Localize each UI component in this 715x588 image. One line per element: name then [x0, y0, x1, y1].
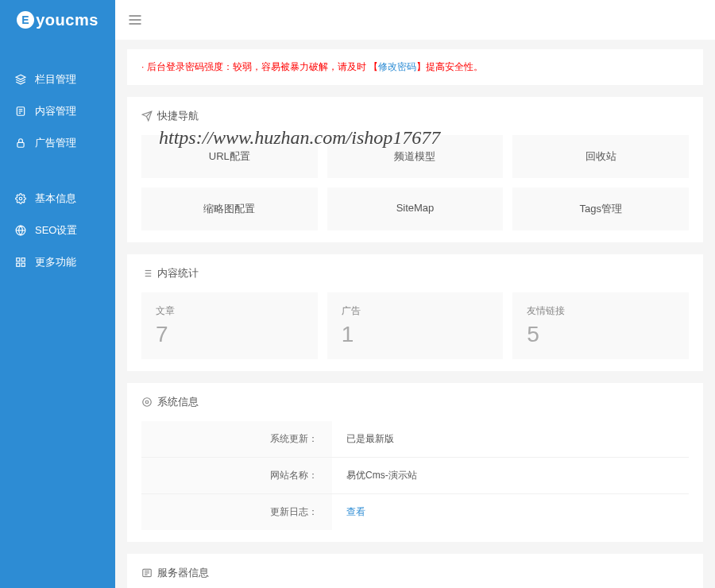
send-icon	[141, 110, 153, 122]
stat-value: 7	[156, 322, 303, 347]
sidebar-item-more[interactable]: 更多功能	[0, 246, 115, 278]
svg-rect-10	[21, 258, 25, 261]
security-alert: · 后台登录密码强度：较弱，容易被暴力破解，请及时 【修改密码】提高安全性。	[127, 49, 703, 85]
sidebar-item-ads[interactable]: 广告管理	[0, 127, 115, 159]
info-label: 网站名称：	[141, 458, 332, 493]
svg-rect-5	[17, 142, 24, 147]
gear-icon	[14, 192, 27, 205]
topbar	[115, 0, 715, 40]
panel-title: 内容统计	[141, 266, 689, 280]
change-password-link[interactable]: 修改密码	[378, 61, 416, 72]
svg-rect-12	[21, 263, 25, 266]
stat-value: 5	[527, 322, 674, 347]
info-value: 查看	[332, 494, 689, 530]
stats-grid: 文章 7 广告 1 友情链接 5	[141, 292, 689, 359]
quicknav-sitemap[interactable]: SiteMap	[327, 188, 504, 230]
settings-icon	[141, 397, 153, 408]
nav: 栏目管理 内容管理 广告管理 基本信息 SEO设置 更多功能	[0, 64, 115, 278]
document-icon	[14, 105, 27, 118]
quicknav-panel: 快捷导航 URL配置 频道模型 回收站 缩略图配置 SiteMap Tags管理	[127, 97, 703, 242]
sidebar-item-label: 内容管理	[35, 104, 76, 118]
panel-title-text: 内容统计	[157, 266, 199, 280]
globe-icon	[14, 224, 27, 237]
main-content: · 后台登录密码强度：较弱，容易被暴力破解，请及时 【修改密码】提高安全性。 快…	[115, 0, 715, 588]
list-icon	[141, 268, 153, 279]
sidebar-item-label: 栏目管理	[35, 72, 76, 87]
hamburger-icon[interactable]	[127, 12, 143, 28]
svg-point-25	[143, 398, 152, 407]
stat-value: 1	[342, 322, 489, 347]
quicknav-url-config[interactable]: URL配置	[141, 135, 318, 178]
stats-panel: 内容统计 文章 7 广告 1 友情链接 5	[127, 254, 703, 371]
quicknav-grid: URL配置 频道模型 回收站 缩略图配置 SiteMap Tags管理	[141, 135, 689, 230]
sidebar-item-column[interactable]: 栏目管理	[0, 64, 115, 95]
sidebar-item-label: SEO设置	[35, 223, 77, 238]
stat-card-article[interactable]: 文章 7	[141, 292, 318, 359]
logo-icon: E	[17, 11, 34, 29]
logo-text: youcms	[36, 11, 99, 29]
system-panel: 系统信息 系统更新： 已是最新版 网站名称： 易优Cms-演示站 更新日志： 查…	[127, 383, 703, 542]
sidebar-item-label: 更多功能	[35, 255, 76, 269]
logo: Eyoucms	[0, 0, 115, 40]
quicknav-channel-model[interactable]: 频道模型	[327, 135, 504, 178]
system-table: 系统更新： 已是最新版 网站名称： 易优Cms-演示站 更新日志： 查看	[141, 421, 689, 530]
stat-card-links[interactable]: 友情链接 5	[512, 292, 689, 359]
alert-text-prefix: · 后台登录密码强度：较弱，容易被暴力破解，请及时 【	[141, 61, 378, 72]
quicknav-thumb-config[interactable]: 缩略图配置	[141, 188, 318, 230]
svg-point-6	[19, 197, 22, 200]
table-row: 网站名称： 易优Cms-演示站	[141, 458, 689, 494]
info-label: 更新日志：	[141, 494, 332, 530]
table-row: 系统更新： 已是最新版	[141, 421, 689, 458]
info-label: 系统更新：	[141, 421, 332, 457]
server-panel: 服务器信息 服务器系统： Linux 服务器环境： apache	[127, 554, 703, 588]
panel-title-text: 系统信息	[157, 395, 199, 409]
lock-icon	[14, 137, 27, 149]
table-row: 更新日志： 查看	[141, 494, 689, 530]
quicknav-recycle[interactable]: 回收站	[512, 135, 689, 178]
stat-card-ads[interactable]: 广告 1	[327, 292, 504, 359]
info-value: 已是最新版	[332, 421, 689, 457]
sidebar-item-label: 基本信息	[35, 191, 76, 206]
svg-marker-0	[16, 75, 25, 79]
sidebar-item-label: 广告管理	[35, 136, 76, 150]
quicknav-tags[interactable]: Tags管理	[512, 188, 689, 230]
sidebar-item-content[interactable]: 内容管理	[0, 95, 115, 127]
panel-title: 系统信息	[141, 395, 689, 409]
changelog-link[interactable]: 查看	[346, 506, 365, 517]
sidebar: Eyoucms 栏目管理 内容管理 广告管理 基本信息 SEO设置	[0, 0, 115, 588]
server-icon	[141, 567, 153, 578]
svg-point-24	[145, 400, 149, 404]
layers-icon	[14, 73, 27, 86]
panel-title: 快捷导航	[141, 109, 689, 123]
panel-title-text: 快捷导航	[157, 109, 199, 123]
info-value: 易优Cms-演示站	[332, 458, 689, 493]
grid-icon	[14, 256, 27, 269]
stat-label: 文章	[156, 304, 303, 318]
alert-text-suffix: 】提高安全性。	[416, 61, 483, 72]
sidebar-item-seo[interactable]: SEO设置	[0, 215, 115, 246]
stat-label: 广告	[342, 304, 489, 318]
stat-label: 友情链接	[527, 304, 674, 318]
svg-rect-11	[17, 263, 20, 266]
svg-rect-9	[17, 258, 20, 261]
panel-title: 服务器信息	[141, 566, 689, 580]
panel-title-text: 服务器信息	[157, 566, 209, 580]
sidebar-item-basic[interactable]: 基本信息	[0, 183, 115, 215]
